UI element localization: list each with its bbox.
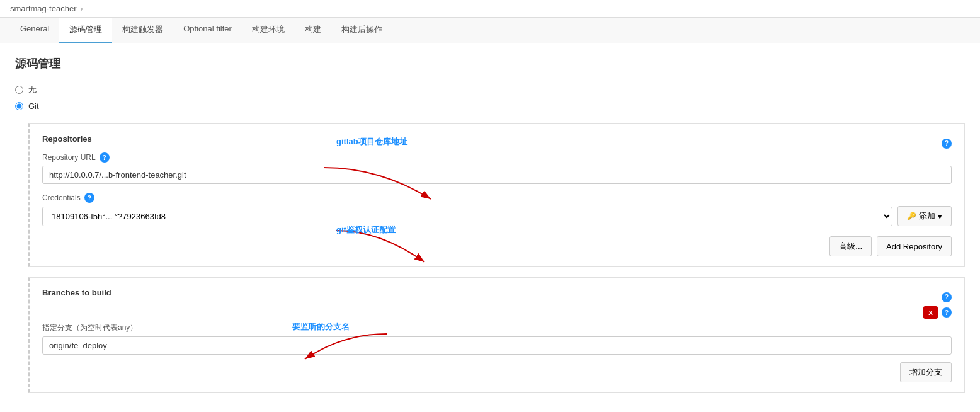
radio-group: 无 Git: [15, 84, 965, 111]
breadcrumb-arrow: ›: [80, 4, 83, 13]
branch-input[interactable]: [42, 336, 952, 355]
tab-source-mgmt[interactable]: 源码管理: [59, 18, 112, 43]
tab-post-build[interactable]: 构建后操作: [331, 18, 392, 43]
repositories-section: Repositories ? Repository URL ? Credenti…: [28, 123, 965, 267]
radio-git-text: Git: [28, 101, 39, 111]
tab-bar: General 源码管理 构建触发器 Optional filter 构建环境 …: [0, 18, 980, 43]
radio-git[interactable]: [15, 102, 23, 110]
repo-url-help-icon[interactable]: ?: [100, 152, 110, 163]
tab-build[interactable]: 构建: [295, 18, 331, 43]
branch-field-label: 指定分支（为空时代表any）: [42, 323, 952, 333]
repo-url-label: Repository URL: [42, 153, 96, 162]
branches-section: Branches to build ? x ? 指定分支（为空时代表any） 增…: [28, 277, 965, 393]
breadcrumb-bar: smartmag-teacher ›: [0, 0, 980, 18]
credentials-select[interactable]: 18109106-f5h°... °?7923663fd8: [42, 207, 892, 226]
add-btn-dropdown-icon: ▾: [938, 212, 942, 221]
branch-entry-header: x ?: [42, 306, 952, 319]
action-buttons: 高级... Add Repository: [42, 236, 952, 256]
credentials-row: 18109106-f5h°... °?7923663fd8 🔑 添加 ▾: [42, 206, 952, 226]
repo-url-field: Repository URL ?: [42, 152, 952, 184]
radio-git-label[interactable]: Git: [15, 101, 965, 111]
advanced-button[interactable]: 高级...: [829, 236, 872, 256]
branches-help-icon[interactable]: ?: [942, 292, 952, 302]
tab-general[interactable]: General: [10, 18, 59, 43]
bottom-btn-row: 增加分支: [42, 362, 952, 382]
credentials-help-icon[interactable]: ?: [84, 193, 94, 203]
radio-none-label[interactable]: 无: [15, 84, 965, 95]
repositories-help-icon[interactable]: ?: [942, 139, 952, 149]
add-repository-button[interactable]: Add Repository: [877, 236, 952, 256]
add-branch-button[interactable]: 增加分支: [900, 362, 952, 382]
branch-entry-help-icon[interactable]: ?: [942, 307, 952, 318]
tab-optional-filter[interactable]: Optional filter: [173, 18, 242, 43]
delete-branch-button[interactable]: x: [923, 306, 938, 319]
credentials-field: Credentials ? 18109106-f5h°... °?7923663…: [42, 193, 952, 226]
radio-none[interactable]: [15, 86, 23, 94]
tab-build-trigger[interactable]: 构建触发器: [112, 18, 173, 43]
section-title: 源码管理: [15, 56, 965, 71]
branches-label: Branches to build: [42, 288, 111, 297]
add-btn-label: 添加: [919, 210, 935, 222]
radio-none-text: 无: [28, 84, 37, 95]
repositories-label: Repositories: [42, 134, 92, 144]
main-content: 源码管理 无 Git Repositories ? Repository URL…: [0, 43, 980, 412]
branch-entry: x ? 指定分支（为空时代表any）: [42, 306, 952, 355]
key-icon: 🔑: [907, 212, 916, 220]
repo-url-input[interactable]: [42, 166, 952, 184]
tab-build-env[interactable]: 构建环境: [242, 18, 295, 43]
credentials-label: Credentials: [42, 193, 81, 202]
breadcrumb-project[interactable]: smartmag-teacher: [10, 4, 76, 13]
add-credentials-btn[interactable]: 🔑 添加 ▾: [897, 206, 952, 226]
